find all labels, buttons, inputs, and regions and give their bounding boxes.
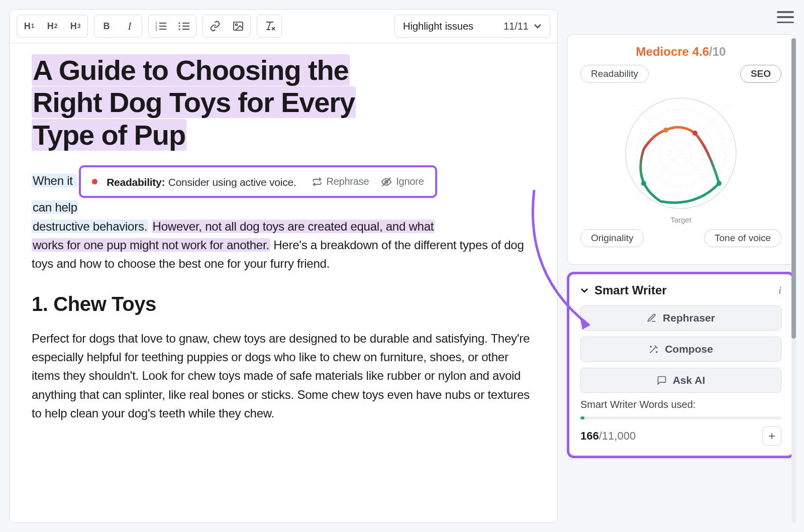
scrollbar[interactable]	[791, 38, 796, 523]
ordered-list-icon: 123	[155, 22, 166, 31]
pill-seo[interactable]: SEO	[740, 65, 781, 83]
suggestion-popover: Readability: Consider using active voice…	[79, 165, 437, 198]
rephraser-icon	[647, 313, 657, 323]
usage-fill	[580, 416, 584, 419]
compose-icon	[649, 344, 659, 354]
h2-label: H	[47, 21, 54, 32]
clear-format-button[interactable]	[258, 16, 280, 36]
usage-value: 166/11,000	[580, 430, 636, 443]
highlight-issues-select[interactable]: Highlight issues 11/11	[394, 15, 550, 38]
format-group: B I	[94, 15, 142, 38]
smart-writer-card: Smart Writer i Rephraser Compose Ask AI …	[567, 272, 795, 458]
h3-label: H	[70, 21, 77, 32]
h1-label: H	[24, 21, 31, 32]
svg-point-30	[650, 346, 651, 347]
ordered-list-button[interactable]: 123	[150, 16, 172, 36]
list-group: 123	[148, 15, 196, 38]
issues-count: 11/11	[504, 21, 529, 32]
suggestion-category: Readability:	[107, 176, 165, 188]
rephrase-button[interactable]: Rephrase	[312, 174, 369, 189]
svg-point-8	[178, 28, 180, 30]
svg-point-7	[178, 25, 180, 27]
eye-off-icon	[381, 176, 392, 187]
document-body[interactable]: A Guide to Choosing the Right Dog Toys f…	[10, 43, 557, 434]
link-button[interactable]	[204, 16, 226, 36]
editor-pane: H1 H2 H3 B I 123	[9, 9, 558, 523]
radar-chart	[578, 88, 783, 219]
chat-icon	[657, 375, 667, 385]
svg-point-29	[656, 352, 657, 353]
chevron-down-icon	[580, 287, 588, 293]
pill-tone[interactable]: Tone of voice	[704, 229, 781, 247]
page-title: A Guide to Choosing the Right Dog Toys f…	[32, 54, 535, 151]
section-1-title: 1. Chew Toys	[32, 289, 535, 319]
svg-point-6	[178, 22, 180, 24]
image-button[interactable]	[227, 16, 249, 36]
add-words-button[interactable]: +	[762, 427, 781, 446]
rephraser-button[interactable]: Rephraser	[580, 305, 781, 331]
score-heading: Mediocre 4.6/10	[578, 45, 783, 59]
svg-point-25	[663, 128, 668, 133]
target-label: Target	[578, 216, 783, 224]
highlight-issues-label: Highlight issues	[403, 21, 473, 32]
h3-button[interactable]: H3	[64, 16, 86, 36]
link-icon	[210, 21, 221, 32]
usage-bar	[580, 416, 781, 419]
clear-format-icon	[263, 21, 275, 32]
rephrase-icon	[312, 177, 322, 187]
bold-button[interactable]: B	[95, 16, 118, 36]
chevron-down-icon	[534, 23, 542, 29]
ignore-button[interactable]: Ignore	[381, 174, 424, 189]
score-card: Mediocre 4.6/10 Readability SEO	[567, 34, 795, 265]
section-1-body: Perfect for dogs that love to gnaw, chew…	[32, 329, 535, 422]
svg-point-13	[236, 24, 238, 26]
svg-rect-12	[234, 22, 243, 30]
compose-button[interactable]: Compose	[580, 337, 781, 362]
unordered-list-icon	[178, 22, 189, 31]
svg-point-28	[641, 181, 646, 186]
ask-ai-button[interactable]: Ask AI	[580, 368, 781, 393]
italic-button[interactable]: I	[119, 16, 141, 36]
info-icon[interactable]: i	[778, 284, 781, 297]
sidebar: Mediocre 4.6/10 Readability SEO	[567, 9, 795, 523]
h1-button[interactable]: H1	[18, 16, 40, 36]
unordered-list-button[interactable]	[173, 16, 195, 36]
pill-readability[interactable]: Readability	[580, 65, 649, 83]
svg-text:3: 3	[155, 28, 157, 31]
usage-label: Smart Writer Words used:	[580, 399, 781, 410]
pill-originality[interactable]: Originality	[580, 229, 644, 247]
insert-group	[203, 15, 251, 38]
severity-dot-icon	[92, 179, 97, 184]
smart-writer-title[interactable]: Smart Writer	[580, 283, 667, 297]
image-icon	[233, 21, 244, 31]
hamburger-icon	[777, 11, 794, 13]
heading-group: H1 H2 H3	[17, 15, 88, 38]
svg-point-27	[717, 181, 722, 186]
toolbar: H1 H2 H3 B I 123	[10, 10, 557, 43]
clear-group	[257, 15, 282, 38]
radar-chart-svg	[611, 88, 751, 219]
menu-button[interactable]	[776, 9, 795, 25]
scrollbar-thumb[interactable]	[791, 38, 796, 339]
suggestion-text: Consider using active voice.	[168, 176, 296, 188]
h2-button[interactable]: H2	[41, 16, 63, 36]
intro-paragraph: When it Readability: Consider using acti…	[32, 165, 535, 273]
svg-point-26	[692, 131, 697, 136]
